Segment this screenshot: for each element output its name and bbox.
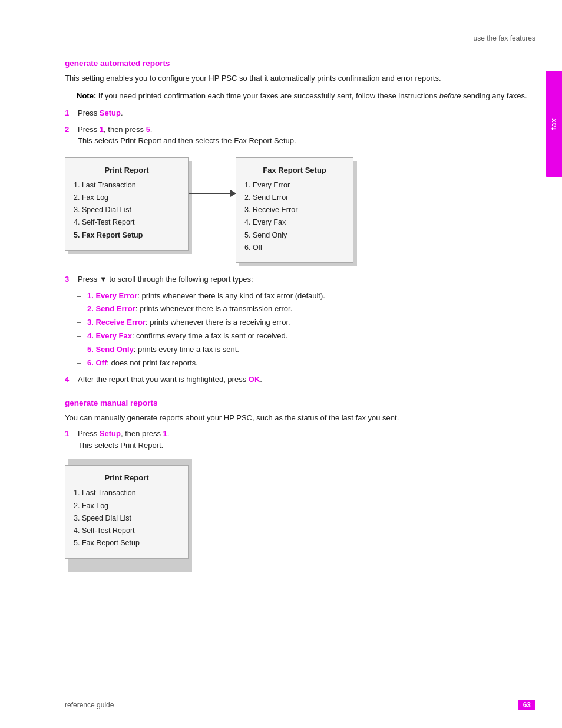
- header-text: use the fax features: [474, 34, 535, 42]
- print-report-box2: Print Report 1. Last Transaction 2. Fax …: [65, 465, 189, 558]
- section2-intro: You can manually generate reports about …: [65, 412, 533, 424]
- main-content: generate automated reports This setting …: [65, 0, 533, 568]
- bullet-item-3: – 3. Receive Error: prints whenever ther…: [77, 317, 533, 329]
- footer-left: reference guide: [65, 701, 114, 709]
- step3-number: 3: [65, 274, 78, 285]
- section2-step1: 1 Press Setup, then press 1. This select…: [65, 428, 533, 451]
- print-item-2: 2. Fax Log: [74, 192, 180, 204]
- arrow-line: [189, 193, 236, 194]
- section2-step1-number: 1: [65, 428, 78, 451]
- bullet-item-1: – 1. Every Error: prints whenever there …: [77, 290, 533, 302]
- diagram: Print Report 1. Last Transaction 2. Fax …: [65, 157, 533, 263]
- bullet-list: – 1. Every Error: prints whenever there …: [77, 290, 533, 370]
- step1-number: 1: [65, 107, 78, 119]
- print-report2-title: Print Report: [74, 472, 180, 485]
- note-label: Note:: [77, 91, 96, 100]
- step2-sub: This selects Print Report and then selec…: [78, 136, 296, 145]
- step4-content: After the report that you want is highli…: [78, 374, 533, 386]
- print-report-box: Print Report 1. Last Transaction 2. Fax …: [65, 157, 189, 251]
- print-item-4: 4. Self-Test Report: [74, 216, 180, 229]
- fax-item-3: 3. Receive Error: [244, 204, 345, 216]
- fax-tab-label: fax: [550, 118, 558, 130]
- fax-tab: fax: [546, 71, 562, 177]
- page-header: use the fax features: [474, 34, 535, 42]
- section2-step1-content: Press Setup, then press 1. This selects …: [78, 428, 533, 451]
- print-item-3: 3. Speed Dial List: [74, 204, 180, 216]
- print-report-title: Print Report: [74, 164, 180, 177]
- fax-item-6: 6. Off: [244, 242, 345, 254]
- step4: 4 After the report that you want is high…: [65, 374, 533, 386]
- print-item-5: 5. Fax Report Setup: [74, 229, 180, 242]
- fax-report-wrapper: Fax Report Setup 1. Every Error 2. Send …: [236, 157, 353, 263]
- fax-item-5: 5. Send Only: [244, 229, 345, 242]
- note-block: Note: If you need printed confirmation e…: [77, 90, 533, 102]
- fax-item-2: 2. Send Error: [244, 192, 345, 204]
- print2-item-2: 2. Fax Log: [74, 500, 180, 512]
- bullet-item-5: – 5. Send Only: prints every time a fax …: [77, 344, 533, 356]
- note-text: If you need printed confirmation each ti…: [96, 91, 439, 100]
- fax-report-title: Fax Report Setup: [244, 164, 345, 177]
- print2-item-3: 3. Speed Dial List: [74, 512, 180, 525]
- section2-heading: generate manual reports: [65, 398, 533, 407]
- step1-content: Press Setup.: [78, 107, 533, 119]
- step3-content: Press ▼ to scroll through the following …: [78, 274, 533, 285]
- section1-intro: This setting enables you to configure yo…: [65, 73, 533, 84]
- print-report-wrapper: Print Report 1. Last Transaction 2. Fax …: [65, 157, 189, 251]
- fax-item-4: 4. Every Fax: [244, 216, 345, 229]
- fax-item-1: 1. Every Error: [244, 179, 345, 192]
- section1-heading: generate automated reports: [65, 59, 533, 68]
- print-item-1: 1. Last Transaction: [74, 179, 180, 192]
- arrow-connector: [189, 193, 236, 194]
- print-report-box2-wrapper: Print Report 1. Last Transaction 2. Fax …: [65, 456, 189, 568]
- step4-number: 4: [65, 374, 78, 386]
- step2-number: 2: [65, 124, 78, 147]
- down-arrow-icon: ▼: [100, 275, 107, 284]
- print2-item-4: 4. Self-Test Report: [74, 525, 180, 537]
- note-end: sending any faxes.: [461, 91, 527, 100]
- step2-content: Press 1, then press 5. This selects Prin…: [78, 124, 533, 147]
- step3: 3 Press ▼ to scroll through the followin…: [65, 274, 533, 285]
- note-italic: before: [439, 91, 461, 100]
- step1: 1 Press Setup.: [65, 107, 533, 119]
- bullet-item-6: – 6. Off: does not print fax reports.: [77, 357, 533, 370]
- print2-item-1: 1. Last Transaction: [74, 487, 180, 499]
- footer: reference guide 63: [65, 700, 535, 710]
- step2: 2 Press 1, then press 5. This selects Pr…: [65, 124, 533, 147]
- section2-step1-sub: This selects Print Report.: [78, 441, 163, 450]
- print2-item-5: 5. Fax Report Setup: [74, 537, 180, 549]
- page-number: 63: [518, 700, 535, 710]
- fax-report-box: Fax Report Setup 1. Every Error 2. Send …: [236, 157, 353, 263]
- bullet-item-4: – 4. Every Fax: confirms every time a fa…: [77, 330, 533, 342]
- bullet-item-2: – 2. Send Error: prints whenever there i…: [77, 303, 533, 315]
